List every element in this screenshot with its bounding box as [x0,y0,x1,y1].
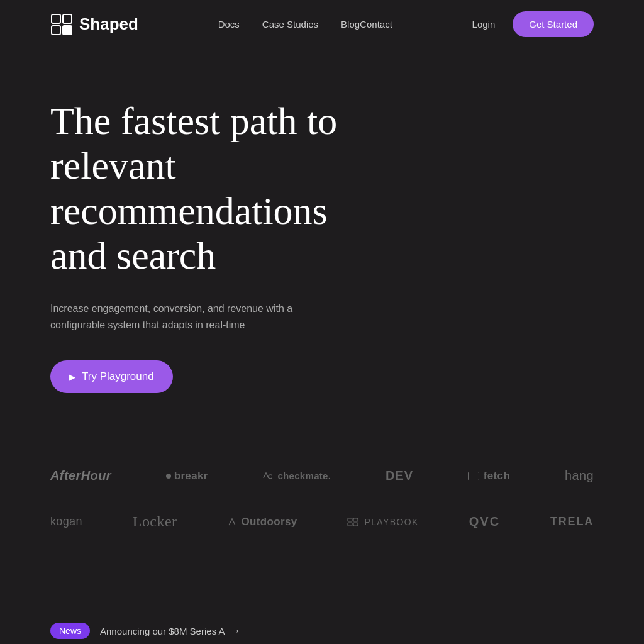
svg-rect-2 [52,26,60,35]
try-playground-label: Try Playground [82,370,154,383]
nav-blog-contact: BlogContact [341,19,392,30]
logo-kogan: kogan [50,515,82,528]
logo-breakr: breakr [166,470,208,482]
nav-right: Login Get Started [472,11,594,37]
fetch-box-icon [468,472,479,480]
try-playground-button[interactable]: ▶ Try Playground [50,360,173,393]
logo-checkmate: checkmate. [262,470,331,481]
nav-docs[interactable]: Docs [218,19,240,30]
svg-rect-1 [63,14,72,23]
news-text: Announcing our $8M Series A → [100,625,241,638]
logos-row-1: AfterHour breakr checkmate. DEV fetch ha… [50,469,594,483]
login-link[interactable]: Login [472,19,496,30]
logo-dev: DEV [386,469,413,483]
svg-rect-7 [348,523,352,526]
svg-rect-5 [348,518,352,521]
news-arrow-icon: → [230,625,241,637]
logo-fetch: fetch [468,470,510,482]
play-icon: ▶ [69,372,75,382]
svg-point-4 [269,475,272,479]
news-banner: News Announcing our $8M Series A → [0,611,644,644]
logos-row-2: kogan Locker Outdoorsy PLAYBOOK QVC TREL… [50,513,594,530]
nav-case-studies[interactable]: Case Studies [262,19,318,30]
logo-icon [50,13,73,36]
hero-section: The fastest path to relevant recommendat… [0,48,428,431]
breakr-dot-icon [166,474,171,479]
svg-rect-0 [52,14,60,23]
nav-contact[interactable]: Contact [360,19,392,30]
svg-rect-6 [353,518,358,521]
logo-hang: hang [565,469,594,483]
logo-link[interactable]: Shaped [50,13,138,36]
playbook-icon [347,518,358,526]
navigation: Shaped Docs Case Studies BlogContact Log… [0,0,644,48]
hero-title: The fastest path to relevant recommendat… [50,99,377,278]
svg-rect-3 [63,26,72,35]
svg-rect-8 [353,523,358,526]
checkmate-icon [262,472,272,480]
logo-qvc: QVC [469,514,500,529]
brand-name: Shaped [79,14,138,34]
logo-trela: TRELA [550,515,594,528]
logo-outdoorsy: Outdoorsy [228,516,297,528]
news-badge: News [50,623,90,639]
logo-afterhour: AfterHour [50,469,111,483]
logo-locker: Locker [133,513,177,530]
nav-blog[interactable]: Blog [341,19,360,30]
get-started-button[interactable]: Get Started [513,11,594,37]
logo-playbook: PLAYBOOK [347,517,418,527]
hero-subtitle: Increase engagement, conversion, and rev… [50,301,340,333]
nav-links: Docs Case Studies BlogContact [218,19,392,30]
outdoorsy-icon [228,518,236,526]
logos-section: AfterHour breakr checkmate. DEV fetch ha… [0,431,644,598]
news-link[interactable]: Announcing our $8M Series A → [100,626,241,636]
